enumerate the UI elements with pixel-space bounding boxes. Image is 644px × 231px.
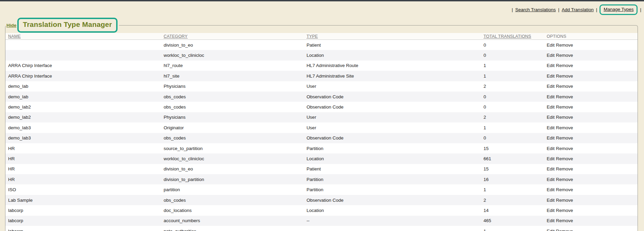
remove-link[interactable]: Remove (556, 177, 573, 182)
edit-link[interactable]: Edit (547, 208, 555, 213)
edit-link[interactable]: Edit (547, 135, 555, 141)
cell-type: HL7 Administrative Route (304, 61, 481, 71)
cell-total: 0 (481, 102, 544, 112)
cell-name: HR (5, 164, 161, 174)
cell-name: labcorp (5, 216, 161, 226)
remove-link[interactable]: Remove (556, 198, 573, 203)
table-row: Lab Sampleobs_codesObservation Code2Edit… (5, 195, 638, 205)
remove-link[interactable]: Remove (556, 94, 573, 99)
remove-link[interactable]: Remove (556, 125, 573, 130)
remove-link[interactable]: Remove (556, 73, 573, 79)
cell-options: EditRemove (544, 40, 638, 50)
top-border-strip (0, 0, 644, 1)
table-row: ARRA Chirp Interfacehl7_routeHL7 Adminis… (5, 61, 638, 71)
remove-link[interactable]: Remove (556, 63, 573, 68)
cell-options: EditRemove (544, 92, 638, 102)
cell-total: 14 (481, 205, 544, 215)
remove-link[interactable]: Remove (556, 146, 573, 151)
cell-category: note_authorities (161, 226, 304, 231)
nav-add-translation[interactable]: Add Translation (562, 7, 594, 12)
remove-link[interactable]: Remove (556, 53, 573, 58)
table-row: ISOpartitionPartition1EditRemove (5, 184, 638, 195)
cell-name (5, 40, 161, 50)
cell-category: division_to_partition (161, 174, 304, 184)
edit-link[interactable]: Edit (547, 115, 555, 120)
cell-total: 16 (481, 174, 544, 184)
remove-link[interactable]: Remove (556, 208, 573, 213)
edit-link[interactable]: Edit (547, 166, 555, 171)
cell-total: 1 (481, 71, 544, 81)
column-header-category[interactable]: CATEGORY (161, 33, 304, 40)
edit-link[interactable]: Edit (547, 146, 555, 151)
cell-total: 1 (481, 184, 544, 195)
remove-link[interactable]: Remove (556, 187, 573, 192)
column-header-name[interactable]: NAME (5, 33, 161, 40)
cell-total: 2 (481, 195, 544, 205)
table-row: HRsource_to_partitionPartition15EditRemo… (5, 143, 638, 153)
cell-name: HR (5, 153, 161, 164)
cell-category: workloc_to_clinicloc (161, 50, 304, 60)
cell-name: ARRA Chirp Interface (5, 61, 161, 71)
cell-total: 1 (481, 226, 544, 231)
cell-total: 15 (481, 164, 544, 174)
cell-total: 0 (481, 133, 544, 143)
edit-link[interactable]: Edit (547, 125, 555, 130)
cell-name: demo_lab (5, 81, 161, 92)
cell-options: EditRemove (544, 61, 638, 71)
column-header-type[interactable]: TYPE (304, 33, 481, 40)
cell-type: -- (304, 216, 481, 226)
cell-total: 15 (481, 143, 544, 153)
table-row: division_to_eoPatient0EditRemove (5, 40, 638, 50)
edit-link[interactable]: Edit (547, 63, 555, 68)
cell-options: EditRemove (544, 205, 638, 215)
remove-link[interactable]: Remove (556, 104, 573, 110)
cell-category: Physicians (161, 112, 304, 122)
remove-link[interactable]: Remove (556, 218, 573, 223)
cell-options: EditRemove (544, 81, 638, 92)
column-header-total-translations[interactable]: TOTAL TRANSLATIONS (481, 33, 544, 40)
edit-link[interactable]: Edit (547, 73, 555, 79)
cell-name: labcorp (5, 226, 161, 231)
edit-link[interactable]: Edit (547, 43, 555, 48)
edit-link[interactable]: Edit (547, 218, 555, 223)
cell-type: Observation Code (304, 102, 481, 112)
remove-link[interactable]: Remove (556, 43, 573, 48)
edit-link[interactable]: Edit (547, 198, 555, 203)
cell-options: EditRemove (544, 226, 638, 231)
remove-link[interactable]: Remove (556, 229, 573, 231)
cell-type: Observation Code (304, 92, 481, 102)
edit-link[interactable]: Edit (547, 84, 555, 89)
edit-link[interactable]: Edit (547, 177, 555, 182)
remove-link[interactable]: Remove (556, 166, 573, 171)
table-row: labcorpaccount_numbers--465EditRemove (5, 216, 638, 226)
cell-total: 1 (481, 61, 544, 71)
nav-separator: | (512, 7, 513, 12)
edit-link[interactable]: Edit (547, 156, 555, 161)
cell-options: EditRemove (544, 184, 638, 195)
cell-options: EditRemove (544, 174, 638, 184)
nav-separator: | (596, 7, 597, 12)
edit-link[interactable]: Edit (547, 104, 555, 110)
cell-category: partition (161, 184, 304, 195)
edit-link[interactable]: Edit (547, 94, 555, 99)
cell-type: Patient (304, 40, 481, 50)
edit-link[interactable]: Edit (547, 53, 555, 58)
table-row: demo_labobs_codesObservation Code0EditRe… (5, 92, 638, 102)
cell-name: HR (5, 174, 161, 184)
cell-type: HL7 Administrative Site (304, 71, 481, 81)
remove-link[interactable]: Remove (556, 84, 573, 89)
nav-search-translations[interactable]: Search Translations (515, 7, 556, 12)
cell-type: User (304, 122, 481, 133)
nav-manage-types[interactable]: Manage Types (604, 7, 633, 12)
cell-type: Observation Code (304, 133, 481, 143)
cell-total: 0 (481, 50, 544, 60)
remove-link[interactable]: Remove (556, 135, 573, 141)
table-row: labcorpdoc_locationsLocation14EditRemove (5, 205, 638, 215)
remove-link[interactable]: Remove (556, 115, 573, 120)
remove-link[interactable]: Remove (556, 156, 573, 161)
manage-types-highlight-box: Manage Types (600, 4, 638, 15)
hide-link[interactable]: Hide (6, 23, 16, 28)
edit-link[interactable]: Edit (547, 229, 555, 231)
cell-total: 2 (481, 112, 544, 122)
edit-link[interactable]: Edit (547, 187, 555, 192)
